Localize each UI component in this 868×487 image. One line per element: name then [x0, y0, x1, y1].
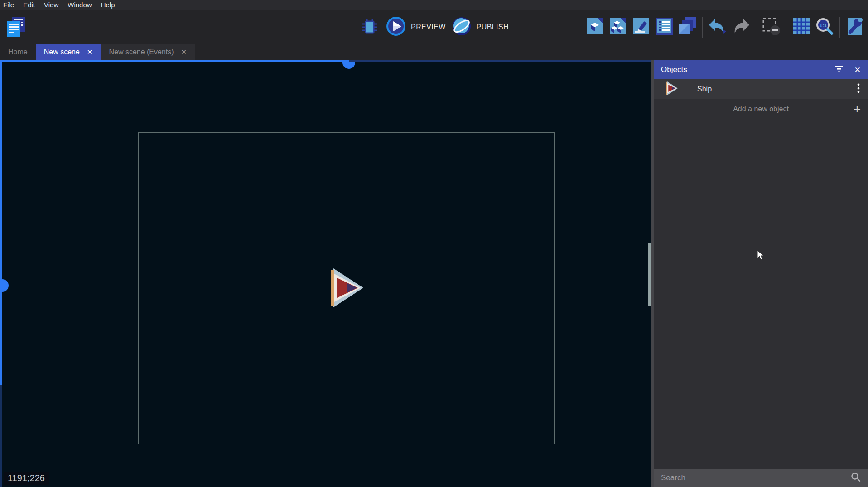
objects-editor-icon	[585, 16, 605, 38]
menu-help[interactable]: Help	[96, 0, 120, 10]
objects-search-bar	[654, 469, 868, 487]
layers-editor-button[interactable]	[677, 17, 698, 38]
grid-icon	[791, 16, 811, 38]
tab-new-scene-events[interactable]: New scene (Events) ✕	[101, 44, 195, 60]
publish-globe-icon	[451, 16, 472, 38]
close-icon[interactable]: ✕	[181, 48, 187, 56]
object-groups-editor-icon	[608, 16, 628, 38]
properties-icon	[631, 16, 651, 38]
menu-edit[interactable]: Edit	[19, 0, 39, 10]
objects-panel-empty-area	[654, 119, 868, 469]
tab-home[interactable]: Home	[0, 44, 36, 60]
add-new-object-label: Add a new object	[733, 105, 789, 113]
close-icon[interactable]: ✕	[87, 48, 93, 56]
menu-bar: File Edit View Window Help	[0, 0, 868, 10]
preview-button[interactable]: PREVIEW	[386, 16, 446, 38]
deselect-instances-button[interactable]	[761, 17, 781, 38]
tab-bar: Home New scene ✕ New scene (Events) ✕	[0, 44, 868, 60]
objects-panel: Objects ✕	[654, 60, 868, 487]
project-manager-button[interactable]	[5, 16, 26, 39]
instances-list-button[interactable]	[654, 17, 675, 38]
close-icon[interactable]: ✕	[854, 65, 861, 75]
grid-button[interactable]	[791, 17, 812, 38]
menu-file[interactable]: File	[3, 0, 19, 10]
filter-icon[interactable]	[834, 65, 844, 74]
objects-panel-title: Objects	[661, 65, 687, 74]
horizontal-scrollbar-handle[interactable]	[342, 62, 355, 69]
tab-new-scene-label: New scene	[44, 48, 80, 56]
canvas-right-scrollbar-thumb[interactable]	[648, 243, 651, 306]
object-groups-editor-button[interactable]	[608, 17, 628, 38]
properties-button[interactable]	[631, 17, 651, 38]
object-name: Ship	[697, 85, 712, 93]
zoom-1-1-icon: 1:1	[815, 16, 834, 38]
vertical-scrollbar-handle[interactable]	[2, 279, 9, 292]
undo-icon	[708, 17, 728, 37]
vertical-scrollbar-track-filled[interactable]	[0, 60, 2, 385]
toolbar-separator	[756, 17, 756, 38]
scene-editor-canvas[interactable]: 1191;226	[0, 60, 651, 487]
object-list-item-ship[interactable]: Ship	[654, 79, 868, 99]
horizontal-scrollbar-track-filled[interactable]	[0, 60, 349, 62]
objects-search-input[interactable]	[661, 473, 851, 482]
toolbar-separator	[839, 17, 840, 38]
zoom-1-1-button[interactable]: 1:1	[814, 17, 835, 38]
svg-text:1:1: 1:1	[820, 23, 827, 28]
ship-instance[interactable]	[327, 267, 364, 310]
main-area: 1191;226 Objects ✕	[0, 60, 868, 487]
tab-new-scene-events-label: New scene (Events)	[109, 48, 174, 56]
horizontal-scrollbar-track[interactable]	[349, 60, 651, 62]
undo-button[interactable]	[707, 17, 728, 38]
deselect-instances-icon	[761, 16, 781, 38]
mouse-cursor-icon	[757, 250, 764, 262]
redo-button[interactable]	[730, 17, 751, 38]
search-icon[interactable]	[851, 472, 861, 484]
preview-label: PREVIEW	[411, 23, 446, 31]
scene-properties-button[interactable]	[844, 17, 865, 38]
debug-icon	[361, 17, 379, 37]
layers-editor-icon	[677, 16, 697, 38]
ship-thumbnail-icon	[665, 81, 678, 97]
publish-button[interactable]: PUBLISH	[451, 16, 509, 38]
plus-icon[interactable]: +	[854, 101, 861, 117]
toolbar-separator	[702, 17, 703, 38]
redo-icon	[731, 17, 751, 37]
object-menu-dots-icon[interactable]	[857, 83, 860, 95]
toolbar-separator	[786, 17, 786, 38]
objects-editor-button[interactable]	[584, 17, 605, 38]
instances-list-icon	[654, 16, 674, 38]
menu-window[interactable]: Window	[63, 0, 96, 10]
toolbar: PREVIEW PUBLISH	[0, 10, 868, 44]
debug-button[interactable]	[359, 17, 380, 38]
preview-play-icon	[386, 16, 406, 38]
project-manager-icon	[5, 16, 26, 39]
publish-label: PUBLISH	[477, 23, 509, 31]
cursor-coordinates: 1191;226	[4, 472, 49, 485]
tab-new-scene[interactable]: New scene ✕	[36, 44, 101, 60]
toolbar-right-group: 1:1	[584, 10, 865, 44]
toolbar-center-group: PREVIEW PUBLISH	[359, 10, 509, 44]
add-new-object-button[interactable]: Add a new object +	[654, 99, 868, 119]
vertical-scrollbar-track[interactable]	[0, 385, 2, 487]
tab-home-label: Home	[8, 48, 28, 56]
scene-properties-icon	[845, 16, 865, 38]
menu-view[interactable]: View	[39, 0, 63, 10]
objects-panel-header: Objects ✕	[654, 60, 868, 79]
